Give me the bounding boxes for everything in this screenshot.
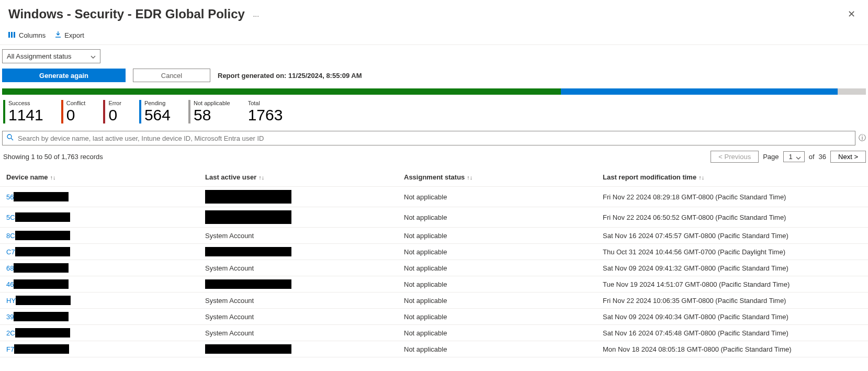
col-header-assignment-status[interactable]: Assignment status↑↓ xyxy=(398,169,596,187)
cell-last-active-user: System Account xyxy=(199,309,398,325)
close-icon[interactable]: ✕ xyxy=(843,6,860,22)
device-link[interactable]: HY xyxy=(6,297,16,305)
cell-last-report-time: Sat Nov 16 2024 07:45:48 GMT-0800 (Pacif… xyxy=(596,325,868,341)
device-link[interactable]: 46 xyxy=(6,280,14,288)
cell-device-name[interactable]: 8C xyxy=(0,228,199,244)
cell-last-active-user xyxy=(199,244,398,260)
col-header-device-name[interactable]: Device name↑↓ xyxy=(0,169,199,187)
stat-error: Error 0 xyxy=(103,100,121,123)
device-link[interactable]: 8C xyxy=(6,232,15,240)
stat-conflict: Conflict 0 xyxy=(61,100,86,123)
col-header-last-report-time[interactable]: Last report modification time↑↓ xyxy=(596,169,868,187)
cell-assignment-status: Not applicable xyxy=(398,244,596,260)
report-ts-label: Report generated on: xyxy=(218,72,286,80)
stat-error-value: 0 xyxy=(108,106,121,123)
device-link[interactable]: F7 xyxy=(6,345,14,353)
cancel-button[interactable]: Cancel xyxy=(133,69,210,82)
stat-success-label: Success xyxy=(8,100,43,106)
stat-conflict-label: Conflict xyxy=(66,100,86,106)
cell-assignment-status: Not applicable xyxy=(398,228,596,244)
sort-icon: ↑↓ xyxy=(50,174,56,181)
cell-last-report-time: Sat Nov 09 2024 09:40:34 GMT-0800 (Pacif… xyxy=(596,309,868,325)
cell-last-active-user: System Account xyxy=(199,260,398,276)
generate-again-button[interactable]: Generate again xyxy=(2,69,126,82)
stat-error-label: Error xyxy=(108,100,121,106)
search-icon xyxy=(7,134,14,142)
cell-assignment-status: Not applicable xyxy=(398,260,596,276)
table-row[interactable]: 68System AccountNot applicableSat Nov 09… xyxy=(0,260,868,276)
cell-device-name[interactable]: 68 xyxy=(0,260,199,276)
cell-last-active-user xyxy=(199,207,398,228)
cell-device-name[interactable]: 2C xyxy=(0,325,199,341)
stat-success-value: 1141 xyxy=(8,106,43,123)
cell-device-name[interactable]: 46 xyxy=(0,276,199,293)
previous-page-button[interactable]: < Previous xyxy=(711,151,759,163)
export-button[interactable]: Export xyxy=(55,31,84,39)
cell-last-report-time: Sat Nov 09 2024 09:41:32 GMT-0800 (Pacif… xyxy=(596,260,868,276)
cell-assignment-status: Not applicable xyxy=(398,309,596,325)
search-box[interactable] xyxy=(2,131,855,145)
status-progress-bar xyxy=(2,88,866,95)
device-link[interactable]: 56 xyxy=(6,193,14,201)
stat-pending-value: 564 xyxy=(144,106,171,123)
device-link[interactable]: C7 xyxy=(6,248,15,256)
cell-last-active-user xyxy=(199,276,398,293)
sort-icon: ↑↓ xyxy=(258,174,264,181)
cell-device-name[interactable]: 5C xyxy=(0,207,199,228)
table-row[interactable]: HYSystem AccountNot applicableFri Nov 22… xyxy=(0,293,868,309)
cell-last-report-time: Tue Nov 19 2024 14:51:07 GMT-0800 (Pacif… xyxy=(596,276,868,293)
page-select-dropdown[interactable]: 1 xyxy=(783,151,805,162)
command-bar: Columns Export xyxy=(0,26,868,45)
device-report-table: Device name↑↓ Last active user↑↓ Assignm… xyxy=(0,169,868,357)
table-row[interactable]: C7Not applicableThu Oct 31 2024 10:44:56… xyxy=(0,244,868,260)
svg-point-3 xyxy=(7,134,12,139)
cell-last-active-user: System Account xyxy=(199,325,398,341)
redacted-block xyxy=(14,192,69,201)
device-link[interactable]: 68 xyxy=(6,264,14,272)
stat-conflict-value: 0 xyxy=(66,106,86,123)
stat-bar-error xyxy=(103,100,105,123)
cell-device-name[interactable]: C7 xyxy=(0,244,199,260)
columns-label: Columns xyxy=(19,31,46,39)
table-row[interactable]: 5CNot applicableFri Nov 22 2024 06:50:52… xyxy=(0,207,868,228)
device-link[interactable]: 39 xyxy=(6,313,14,321)
info-icon[interactable]: ⓘ xyxy=(859,133,866,143)
redacted-block xyxy=(14,312,69,321)
stat-bar-success xyxy=(3,100,5,123)
next-page-button[interactable]: Next > xyxy=(830,151,866,163)
table-body: 56Not applicableFri Nov 22 2024 08:29:18… xyxy=(0,187,868,357)
table-row[interactable]: 46Not applicableTue Nov 19 2024 14:51:07… xyxy=(0,276,868,293)
table-row[interactable]: 39System AccountNot applicableSat Nov 09… xyxy=(0,309,868,325)
more-actions-icon[interactable]: ··· xyxy=(253,12,259,20)
cell-last-active-user: System Account xyxy=(199,293,398,309)
page-select-value: 1 xyxy=(789,153,793,161)
table-row[interactable]: 8CSystem AccountNot applicableSat Nov 16… xyxy=(0,228,868,244)
redacted-block xyxy=(16,296,71,305)
table-row[interactable]: F7Not applicableMon Nov 18 2024 08:05:18… xyxy=(0,341,868,357)
cell-assignment-status: Not applicable xyxy=(398,341,596,357)
cell-device-name[interactable]: HY xyxy=(0,293,199,309)
search-row: ⓘ xyxy=(2,131,866,145)
cell-last-active-user xyxy=(199,341,398,357)
device-link[interactable]: 5C xyxy=(6,213,15,221)
cell-assignment-status: Not applicable xyxy=(398,276,596,293)
col-header-time-label: Last report modification time xyxy=(603,173,696,181)
redacted-block xyxy=(205,247,291,256)
columns-button[interactable]: Columns xyxy=(8,31,46,39)
cell-last-report-time: Mon Nov 18 2024 08:05:18 GMT-0800 (Pacif… xyxy=(596,341,868,357)
device-link[interactable]: 2C xyxy=(6,329,15,337)
redacted-block xyxy=(14,279,69,289)
col-header-user-label: Last active user xyxy=(205,173,256,181)
table-header-row: Device name↑↓ Last active user↑↓ Assignm… xyxy=(0,169,868,187)
table-row[interactable]: 56Not applicableFri Nov 22 2024 08:29:18… xyxy=(0,187,868,207)
search-input[interactable] xyxy=(17,134,851,143)
col-header-last-active-user[interactable]: Last active user↑↓ xyxy=(199,169,398,187)
cell-device-name[interactable]: F7 xyxy=(0,341,199,357)
table-row[interactable]: 2CSystem AccountNot applicableSat Nov 16… xyxy=(0,325,868,341)
cell-device-name[interactable]: 39 xyxy=(0,309,199,325)
col-header-device-label: Device name xyxy=(6,173,48,181)
cell-assignment-status: Not applicable xyxy=(398,293,596,309)
assignment-status-dropdown[interactable]: All Assignment status xyxy=(2,49,100,63)
cell-device-name[interactable]: 56 xyxy=(0,187,199,207)
export-label: Export xyxy=(64,31,84,39)
